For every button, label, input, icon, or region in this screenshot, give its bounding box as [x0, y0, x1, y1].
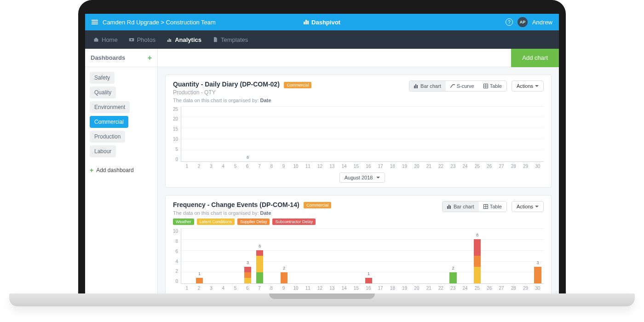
bar-icon: [447, 204, 452, 209]
home-icon: [93, 37, 99, 42]
panel-quantity: Quantity - Daily Diary (DP-COM-02) Comme…: [165, 75, 552, 188]
bar-label: Bar chart: [420, 83, 441, 89]
plus-icon: +: [90, 167, 93, 174]
sidebar-title: Dashboards: [91, 54, 125, 61]
svg-rect-3: [415, 84, 416, 88]
actions-label: Actions: [517, 83, 533, 89]
help-icon[interactable]: ?: [506, 18, 513, 26]
panel1-meta-value: Date: [260, 98, 271, 103]
svg-rect-9: [448, 205, 449, 209]
scurve-label: S-curve: [457, 83, 474, 89]
avatar[interactable]: AP: [518, 17, 528, 27]
user-name[interactable]: Andrew: [532, 19, 552, 26]
legend-latent-conditions: Latent Conditions: [197, 218, 235, 225]
panel1-chart: 8: [181, 107, 544, 162]
panel1-actions-button[interactable]: Actions: [512, 80, 544, 92]
panel1-scurve-button[interactable]: S-curve: [446, 81, 479, 91]
nav-home-label: Home: [102, 36, 118, 43]
panel2-meta-value: Date: [260, 210, 271, 216]
panel2-view-toggle: Bar chart Table: [442, 201, 507, 212]
line-icon: [450, 84, 455, 88]
legend-subcontractor-delay: Subcontractor Delay: [272, 218, 316, 225]
svg-point-1: [131, 39, 132, 40]
nav: Home Photos Analytics Templates: [85, 30, 559, 49]
sidebar-item-production[interactable]: Production: [90, 131, 125, 143]
nav-analytics[interactable]: Analytics: [167, 36, 201, 43]
add-dashboard-button[interactable]: + Add dashboard: [90, 167, 153, 174]
panel2-tag: Commercial: [304, 202, 331, 208]
sidebar-item-environment[interactable]: Environment: [90, 101, 130, 113]
sidebar-item-quality[interactable]: Quality: [90, 86, 116, 98]
sidebar-item-safety[interactable]: Safety: [90, 72, 115, 84]
sidebar: Dashboards + SafetyQualityEnvironmentCom…: [85, 49, 158, 299]
topbar: Camden Rd Upgrade > Construction Team Da…: [85, 14, 559, 30]
nav-home[interactable]: Home: [93, 36, 118, 43]
sidebar-item-labour[interactable]: Labour: [90, 145, 116, 157]
panel2-barchart-button[interactable]: Bar chart: [443, 201, 479, 212]
svg-rect-10: [450, 206, 451, 209]
main: Add chart Quantity - Daily Diary (DP-COM…: [158, 49, 559, 299]
add-dashboard-icon[interactable]: +: [148, 54, 152, 62]
chevron-down-icon: [535, 85, 539, 87]
mainbar: Add chart: [158, 49, 559, 67]
table-label: Table: [490, 204, 502, 209]
brand: Dashpivot: [304, 19, 340, 26]
nav-photos[interactable]: Photos: [129, 36, 155, 43]
panel-frequency: Frequency - Change Events (DP-COM-14) Co…: [165, 195, 552, 299]
sidebar-item-commercial[interactable]: Commercial: [90, 116, 128, 128]
panel2-meta-prefix: The data on this chart is organised by:: [173, 210, 260, 216]
period-label: August 2018: [345, 175, 373, 180]
bar-icon: [414, 84, 419, 88]
table-icon: [483, 204, 488, 209]
panel1-meta-prefix: The data on this chart is organised by:: [173, 98, 260, 103]
brand-label: Dashpivot: [311, 19, 340, 26]
panel1-barchart-button[interactable]: Bar chart: [409, 81, 446, 91]
panel1-table-button[interactable]: Table: [479, 81, 506, 91]
camera-icon: [129, 37, 134, 42]
panel2-actions-button[interactable]: Actions: [512, 201, 544, 212]
nav-templates-label: Templates: [221, 36, 248, 43]
panel1-period-select[interactable]: August 2018: [339, 172, 385, 183]
nav-templates[interactable]: Templates: [213, 36, 248, 43]
panel2-title: Frequency - Change Events (DP-COM-14): [173, 201, 299, 208]
chevron-down-icon: [376, 177, 380, 178]
brand-icon: [304, 20, 309, 24]
bar-label: Bar chart: [454, 204, 474, 209]
menu-icon[interactable]: [92, 20, 98, 24]
legend-supplier-delay: Supplier Delay: [237, 218, 270, 225]
actions-label: Actions: [517, 204, 533, 209]
svg-rect-4: [417, 85, 418, 88]
svg-rect-2: [414, 86, 415, 88]
panel2-table-button[interactable]: Table: [479, 201, 506, 212]
table-icon: [483, 84, 488, 88]
add-dashboard-label: Add dashboard: [96, 167, 133, 173]
panel1-subtitle: Production - QTY: [173, 89, 311, 96]
panel1-title: Quantity - Daily Diary (DP-COM-02): [173, 80, 280, 88]
svg-rect-8: [447, 206, 448, 209]
breadcrumb[interactable]: Camden Rd Upgrade > Construction Team: [103, 19, 216, 26]
panel1-tag: Commercial: [284, 82, 311, 88]
panel2-chart: 13621283: [181, 229, 544, 284]
nav-photos-label: Photos: [137, 36, 155, 43]
panel2-meta: The data on this chart is organised by: …: [173, 210, 331, 216]
file-icon: [213, 37, 218, 42]
laptop-notch: [269, 293, 375, 299]
panel1-meta: The data on this chart is organised by: …: [173, 98, 311, 103]
chart-icon: [167, 37, 172, 42]
nav-analytics-label: Analytics: [175, 36, 201, 43]
add-chart-button[interactable]: Add chart: [511, 49, 559, 67]
legend-weather: Weather: [173, 218, 194, 225]
table-label: Table: [490, 83, 502, 89]
panel1-view-toggle: Bar chart S-curve Table: [409, 80, 507, 92]
chevron-down-icon: [535, 206, 539, 207]
